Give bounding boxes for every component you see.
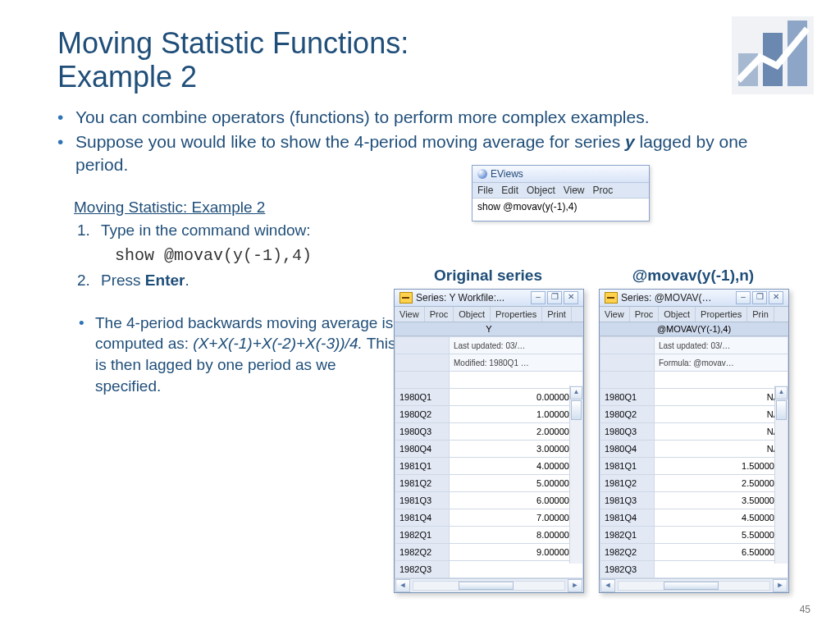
date-cell: 1981Q1 xyxy=(600,458,655,475)
date-cell: 1982Q1 xyxy=(395,527,450,544)
movav-series-window: Series: @MOVAV(… – ❐ ✕ ViewProcObjectPro… xyxy=(599,289,789,593)
series-header: Y xyxy=(395,322,583,336)
value-cell: 6.000000 xyxy=(450,492,583,509)
vertical-scrollbar: ▲ xyxy=(569,386,582,564)
date-cell: 1980Q1 xyxy=(395,389,450,406)
date-cell: 1980Q3 xyxy=(600,423,655,441)
value-cell: 4.500000 xyxy=(655,509,788,527)
minimize-icon: – xyxy=(736,291,751,304)
value-cell xyxy=(450,561,583,578)
page-number: 45 xyxy=(800,604,810,615)
horizontal-scrollbar: ◄► xyxy=(395,578,583,592)
value-cell: 1.500000 xyxy=(655,458,788,475)
value-cell: 7.000000 xyxy=(450,509,583,527)
value-cell: 2.500000 xyxy=(655,475,788,492)
value-cell: 0.000000 xyxy=(450,389,583,406)
date-cell: 1982Q2 xyxy=(600,544,655,561)
date-cell: 1982Q2 xyxy=(395,544,450,561)
original-series-label: Original series xyxy=(394,267,582,285)
series-grid: Last updated: 03/… Modified: 1980Q1 … 19… xyxy=(395,336,583,578)
series-grid: Last updated: 03/… Formula: @movav… 1980… xyxy=(600,336,788,578)
date-cell: 1980Q2 xyxy=(395,406,450,423)
series-toolbar: ViewProcObjectPropertiesPrint xyxy=(395,307,583,322)
value-cell: NA xyxy=(655,441,788,458)
bullet-1: You can combine operators (functions) to… xyxy=(57,106,791,129)
date-cell: 1980Q1 xyxy=(600,389,655,406)
close-icon: ✕ xyxy=(564,291,578,304)
value-cell: 1.000000 xyxy=(450,406,583,423)
movav-series-label: @movav(y(-1),n) xyxy=(599,267,788,285)
value-cell xyxy=(655,561,788,578)
bullet-2: Suppose you would like to show the 4-per… xyxy=(57,130,791,177)
cmdwin-menubar: FileEditObjectViewProc xyxy=(472,183,649,199)
series-toolbar: ViewProcObjectPropertiesPrin xyxy=(600,307,788,322)
close-icon: ✕ xyxy=(769,291,783,304)
value-cell: 4.000000 xyxy=(450,458,583,475)
date-cell: 1981Q2 xyxy=(600,475,655,492)
cmdwin-title: EViews xyxy=(472,166,649,183)
date-cell: 1981Q3 xyxy=(600,492,655,509)
date-cell: 1981Q4 xyxy=(395,509,450,527)
value-cell: 3.000000 xyxy=(450,441,583,458)
minimize-icon: – xyxy=(531,291,546,304)
series-icon xyxy=(605,292,618,304)
date-cell: 1982Q3 xyxy=(600,561,655,578)
restore-icon: ❐ xyxy=(752,291,767,304)
value-cell: 5.500000 xyxy=(655,527,788,544)
series-icon xyxy=(399,292,413,304)
horizontal-scrollbar: ◄► xyxy=(600,578,788,592)
date-cell: 1981Q3 xyxy=(395,492,450,509)
date-cell: 1981Q4 xyxy=(600,509,655,527)
date-cell: 1981Q1 xyxy=(395,458,450,475)
date-cell: 1980Q4 xyxy=(600,441,655,458)
value-cell: NA xyxy=(655,389,788,406)
value-cell: NA xyxy=(655,423,788,441)
value-cell: 6.500000 xyxy=(655,544,788,561)
restore-icon: ❐ xyxy=(547,291,562,304)
value-cell: 8.000000 xyxy=(450,527,583,544)
value-cell: 3.500000 xyxy=(655,492,788,509)
slide-title: Moving Statistic Functions:Example 2 xyxy=(57,26,714,94)
corner-logo xyxy=(732,16,814,94)
value-cell: 5.000000 xyxy=(450,475,583,492)
original-series-window: Series: Y Workfile:... – ❐ ✕ ViewProcObj… xyxy=(394,289,584,593)
value-cell: 2.000000 xyxy=(450,423,583,441)
explain-bullet: The 4-period backwards moving average is… xyxy=(57,313,399,397)
cmdwin-input: show @movav(y(-1),4) xyxy=(472,199,649,221)
date-cell: 1982Q3 xyxy=(395,561,450,578)
command-code: show @movav(y(-1),4) xyxy=(115,246,791,265)
step-1: Type in the command window: xyxy=(94,221,791,240)
eviews-command-window: EViews FileEditObjectViewProc show @mova… xyxy=(472,165,650,221)
vertical-scrollbar: ▲ xyxy=(774,386,788,564)
date-cell: 1982Q1 xyxy=(600,527,655,544)
value-cell: NA xyxy=(655,406,788,423)
date-cell: 1980Q2 xyxy=(600,406,655,423)
date-cell: 1980Q4 xyxy=(395,441,450,458)
example-subhead: Moving Statistic: Example 2 xyxy=(74,199,791,217)
date-cell: 1981Q2 xyxy=(395,475,450,492)
value-cell: 9.000000 xyxy=(450,544,583,561)
series-header: @MOVAV(Y(-1),4) xyxy=(600,322,788,336)
date-cell: 1980Q3 xyxy=(395,423,450,441)
